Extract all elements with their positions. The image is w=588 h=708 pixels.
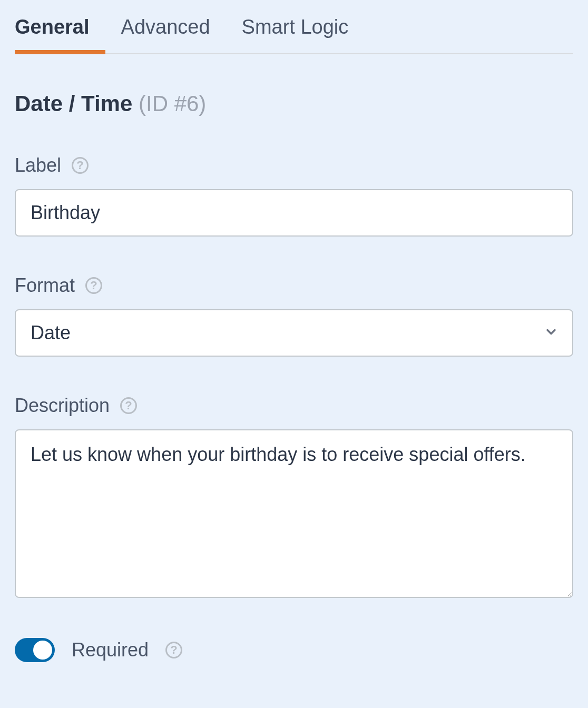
help-icon[interactable]: ? [165, 642, 182, 658]
help-icon[interactable]: ? [85, 277, 102, 294]
help-icon[interactable]: ? [72, 157, 89, 174]
tab-advanced[interactable]: Advanced [121, 16, 210, 53]
description-caption: Description [15, 395, 110, 417]
required-toggle[interactable] [15, 638, 55, 662]
heading-title: Date / Time [15, 91, 132, 116]
field-group-description: Description ? Let us know when your birt… [15, 395, 573, 600]
label-caption: Label [15, 154, 61, 176]
field-group-label: Label ? [15, 154, 573, 237]
label-input[interactable] [15, 189, 573, 237]
field-group-required: Required ? [15, 638, 573, 662]
help-icon[interactable]: ? [120, 397, 137, 414]
field-type-heading: Date / Time (ID #6) [15, 91, 573, 116]
format-caption: Format [15, 274, 75, 297]
heading-id: (ID #6) [139, 91, 206, 116]
description-textarea[interactable]: Let us know when your birthday is to rec… [15, 429, 573, 598]
required-caption: Required [72, 639, 149, 661]
toggle-knob [33, 641, 52, 660]
tab-smart-logic[interactable]: Smart Logic [242, 16, 349, 53]
format-select[interactable]: Date [15, 309, 573, 357]
tabs-nav: General Advanced Smart Logic [15, 0, 573, 54]
field-group-format: Format ? Date [15, 274, 573, 357]
tab-label: Advanced [121, 16, 210, 38]
format-select-value: Date [31, 322, 71, 343]
tab-general[interactable]: General [15, 16, 90, 53]
tab-label: General [15, 16, 90, 38]
tab-label: Smart Logic [242, 16, 349, 38]
